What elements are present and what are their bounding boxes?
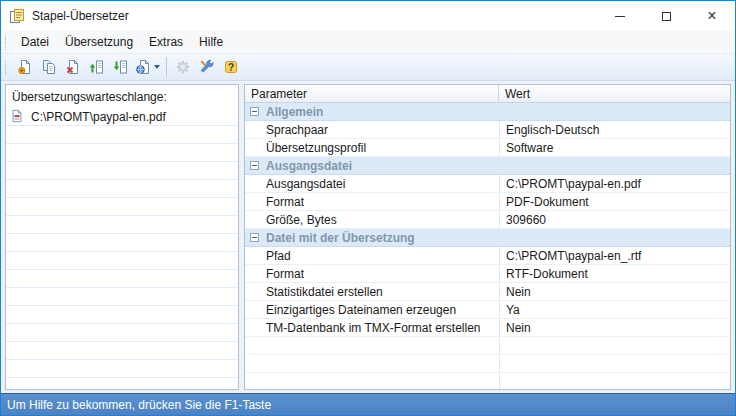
app-window: Stapel-Übersetzer × DateiÜbersetzungExtr… <box>0 0 736 416</box>
group-label: Allgemein <box>266 105 323 119</box>
titlebar: Stapel-Übersetzer × <box>1 1 735 31</box>
gear-icon <box>175 59 191 75</box>
property-row[interactable]: Statistikdatei erstellenNein <box>245 283 730 301</box>
pdf-file-icon <box>10 109 26 125</box>
status-text: Um Hilfe zu bekommen, drücken Sie die F1… <box>7 398 271 412</box>
move-up-button[interactable] <box>85 55 109 79</box>
group-label: Datei mit der Übersetzung <box>266 231 415 245</box>
group-row[interactable]: Ausgangsdatei <box>245 157 730 175</box>
queue-panel: Übersetzungswarteschlange: C:\PROMT\payp… <box>5 84 239 390</box>
column-header-parameter[interactable]: Parameter <box>245 85 499 102</box>
param-name: Format <box>245 265 499 282</box>
param-value: C:\PROMT\paypal-en.pdf <box>499 175 730 192</box>
svg-text:?: ? <box>228 62 234 73</box>
group-row[interactable]: Datei mit der Übersetzung <box>245 229 730 247</box>
property-row[interactable]: TM-Datenbank im TMX-Format erstellenNein <box>245 319 730 337</box>
property-row[interactable]: SprachpaarEnglisch-Deutsch <box>245 121 730 139</box>
collapse-toggle-icon[interactable] <box>250 107 259 116</box>
status-bar: Um Hilfe zu bekommen, drücken Sie die F1… <box>1 393 735 415</box>
maximize-button[interactable] <box>643 1 689 31</box>
menu-extras[interactable]: Extras <box>141 32 191 52</box>
move-up-icon <box>89 59 105 75</box>
menu-datei[interactable]: Datei <box>13 32 57 52</box>
close-icon: × <box>707 8 716 24</box>
group-row[interactable]: Allgemein <box>245 103 730 121</box>
dropdown-caret-icon <box>154 65 160 69</box>
properties-panel: Parameter Wert AllgemeinSprachpaarEnglis… <box>244 84 731 390</box>
param-name: Pfad <box>245 247 499 264</box>
minimize-icon <box>615 16 625 17</box>
collapse-toggle-icon[interactable] <box>250 161 259 170</box>
view-file-icon <box>41 59 57 75</box>
window-controls: × <box>597 1 735 31</box>
param-name: Übersetzungsprofil <box>245 139 499 156</box>
queue-list[interactable]: C:\PROMT\paypal-en.pdf <box>6 108 238 389</box>
settings-button[interactable] <box>171 55 195 79</box>
group-label: Ausgangsdatei <box>266 159 352 173</box>
grid-body: AllgemeinSprachpaarEnglisch-DeutschÜbers… <box>245 103 730 389</box>
queue-item-label: C:\PROMT\paypal-en.pdf <box>31 110 166 124</box>
move-down-icon <box>113 59 129 75</box>
menubar: DateiÜbersetzungExtrasHilfe <box>1 31 735 53</box>
grid-header: Parameter Wert <box>245 85 730 103</box>
empty-row <box>245 355 730 373</box>
tools-button[interactable] <box>195 55 219 79</box>
queue-item[interactable]: C:\PROMT\paypal-en.pdf <box>6 108 238 126</box>
remove-file-icon <box>65 59 81 75</box>
param-value: Nein <box>499 319 730 336</box>
column-header-wert[interactable]: Wert <box>499 85 730 102</box>
param-name: TM-Datenbank im TMX-Format erstellen <box>245 319 499 336</box>
param-name: Format <box>245 193 499 210</box>
property-row[interactable]: Einzigartiges Dateinamen erzeugenYa <box>245 301 730 319</box>
param-value: Nein <box>499 283 730 300</box>
translate-icon <box>135 59 151 75</box>
queue-label: Übersetzungswarteschlange: <box>6 85 238 108</box>
empty-row <box>245 337 730 355</box>
move-down-button[interactable] <box>109 55 133 79</box>
app-icon <box>9 8 25 24</box>
menubar-grip <box>5 35 10 50</box>
toolbar-grip <box>5 60 10 75</box>
param-value: Englisch-Deutsch <box>499 121 730 138</box>
param-value: PDF-Dokument <box>499 193 730 210</box>
property-row[interactable]: PfadC:\PROMT\paypal-en_.rtf <box>245 247 730 265</box>
remove-file-button[interactable] <box>61 55 85 79</box>
param-value: 309660 <box>499 211 730 228</box>
help-button[interactable]: ? <box>219 55 243 79</box>
wrench-icon <box>199 59 215 75</box>
property-row[interactable]: Größe, Bytes309660 <box>245 211 730 229</box>
param-value: C:\PROMT\paypal-en_.rtf <box>499 247 730 264</box>
toolbar-separator <box>166 57 167 77</box>
param-name: Größe, Bytes <box>245 211 499 228</box>
help-icon: ? <box>223 59 239 75</box>
collapse-toggle-icon[interactable] <box>250 233 259 242</box>
property-row[interactable]: FormatRTF-Dokument <box>245 265 730 283</box>
param-value: Software <box>499 139 730 156</box>
window-title: Stapel-Übersetzer <box>32 9 597 23</box>
maximize-icon <box>662 12 671 21</box>
param-value: RTF-Dokument <box>499 265 730 282</box>
open-file-button[interactable] <box>37 55 61 79</box>
param-name: Einzigartiges Dateinamen erzeugen <box>245 301 499 318</box>
add-file-button[interactable] <box>13 55 37 79</box>
param-value: Ya <box>499 301 730 318</box>
add-file-icon <box>17 59 33 75</box>
close-button[interactable]: × <box>689 1 735 31</box>
property-row[interactable]: FormatPDF-Dokument <box>245 193 730 211</box>
minimize-button[interactable] <box>597 1 643 31</box>
param-name: Ausgangsdatei <box>245 175 499 192</box>
property-row[interactable]: ÜbersetzungsprofilSoftware <box>245 139 730 157</box>
property-row[interactable]: AusgangsdateiC:\PROMT\paypal-en.pdf <box>245 175 730 193</box>
menu--bersetzung[interactable]: Übersetzung <box>57 32 141 52</box>
translate-button[interactable] <box>133 55 162 79</box>
client-area: Übersetzungswarteschlange: C:\PROMT\payp… <box>1 81 735 393</box>
param-name: Sprachpaar <box>245 121 499 138</box>
toolbar: ? <box>1 53 735 81</box>
param-name: Statistikdatei erstellen <box>245 283 499 300</box>
menu-hilfe[interactable]: Hilfe <box>191 32 231 52</box>
